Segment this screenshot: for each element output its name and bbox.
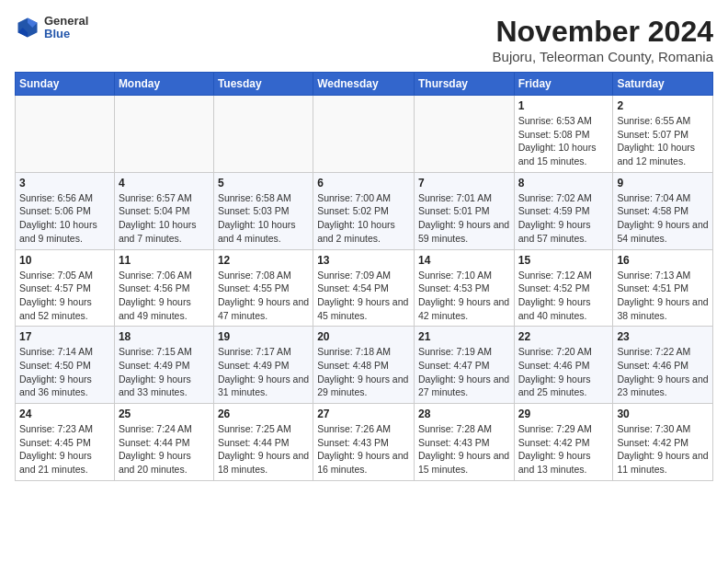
calendar-cell: 8Sunrise: 7:02 AMSunset: 4:59 PMDaylight… — [514, 172, 613, 249]
day-number: 6 — [317, 177, 410, 190]
day-info: Sunrise: 7:09 AMSunset: 4:54 PMDaylight:… — [317, 269, 410, 323]
weekday-header-monday: Monday — [114, 73, 213, 96]
day-number: 2 — [617, 99, 709, 112]
calendar-cell: 10Sunrise: 7:05 AMSunset: 4:57 PMDayligh… — [16, 249, 115, 327]
day-number: 22 — [518, 330, 609, 343]
day-info: Sunrise: 7:29 AMSunset: 4:42 PMDaylight:… — [518, 422, 609, 477]
calendar-week-3: 10Sunrise: 7:05 AMSunset: 4:57 PMDayligh… — [16, 249, 713, 327]
calendar-week-5: 24Sunrise: 7:23 AMSunset: 4:45 PMDayligh… — [16, 404, 713, 481]
calendar-cell — [16, 96, 115, 173]
calendar-cell: 19Sunrise: 7:17 AMSunset: 4:49 PMDayligh… — [213, 327, 313, 404]
calendar-cell: 30Sunrise: 7:30 AMSunset: 4:42 PMDayligh… — [613, 404, 713, 481]
day-number: 10 — [19, 254, 110, 267]
day-info: Sunrise: 6:57 AMSunset: 5:04 PMDaylight:… — [119, 191, 210, 246]
day-number: 5 — [218, 177, 309, 190]
calendar-cell: 29Sunrise: 7:29 AMSunset: 4:42 PMDayligh… — [514, 404, 613, 481]
page-subtitle: Bujoru, Teleorman County, Romania — [493, 49, 713, 64]
logo: General Blue — [15, 15, 88, 41]
weekday-header-row: SundayMondayTuesdayWednesdayThursdayFrid… — [16, 73, 713, 96]
calendar-cell: 14Sunrise: 7:10 AMSunset: 4:53 PMDayligh… — [414, 249, 514, 327]
logo-general: General — [44, 15, 88, 28]
day-number: 15 — [518, 254, 609, 267]
day-info: Sunrise: 6:58 AMSunset: 5:03 PMDaylight:… — [218, 191, 309, 246]
logo-icon — [15, 15, 40, 40]
calendar-table: SundayMondayTuesdayWednesdayThursdayFrid… — [15, 72, 713, 481]
day-info: Sunrise: 7:24 AMSunset: 4:44 PMDaylight:… — [119, 422, 210, 477]
weekday-header-tuesday: Tuesday — [213, 73, 313, 96]
day-number: 21 — [418, 330, 510, 343]
calendar-cell: 1Sunrise: 6:53 AMSunset: 5:08 PMDaylight… — [514, 96, 613, 173]
calendar-cell: 27Sunrise: 7:26 AMSunset: 4:43 PMDayligh… — [313, 404, 415, 481]
day-info: Sunrise: 7:05 AMSunset: 4:57 PMDaylight:… — [19, 269, 110, 323]
calendar-cell: 18Sunrise: 7:15 AMSunset: 4:49 PMDayligh… — [114, 327, 213, 404]
day-info: Sunrise: 7:28 AMSunset: 4:43 PMDaylight:… — [418, 422, 510, 477]
calendar-cell: 2Sunrise: 6:55 AMSunset: 5:07 PMDaylight… — [613, 96, 713, 173]
day-number: 13 — [317, 254, 410, 267]
day-info: Sunrise: 7:19 AMSunset: 4:47 PMDaylight:… — [418, 345, 510, 399]
day-info: Sunrise: 7:13 AMSunset: 4:51 PMDaylight:… — [617, 269, 709, 323]
day-info: Sunrise: 7:04 AMSunset: 4:58 PMDaylight:… — [617, 191, 709, 246]
day-info: Sunrise: 7:10 AMSunset: 4:53 PMDaylight:… — [418, 269, 510, 323]
weekday-header-sunday: Sunday — [16, 73, 115, 96]
day-info: Sunrise: 6:55 AMSunset: 5:07 PMDaylight:… — [617, 114, 709, 168]
day-number: 29 — [518, 408, 609, 420]
day-info: Sunrise: 7:26 AMSunset: 4:43 PMDaylight:… — [317, 422, 410, 477]
day-number: 14 — [418, 254, 510, 267]
calendar-cell: 9Sunrise: 7:04 AMSunset: 4:58 PMDaylight… — [613, 172, 713, 249]
day-number: 23 — [617, 330, 709, 343]
day-number: 12 — [218, 254, 309, 267]
day-info: Sunrise: 7:17 AMSunset: 4:49 PMDaylight:… — [218, 345, 309, 399]
day-info: Sunrise: 7:18 AMSunset: 4:48 PMDaylight:… — [317, 345, 410, 399]
calendar-cell: 7Sunrise: 7:01 AMSunset: 5:01 PMDaylight… — [414, 172, 514, 249]
calendar-cell: 3Sunrise: 6:56 AMSunset: 5:06 PMDaylight… — [16, 172, 115, 249]
calendar-cell: 25Sunrise: 7:24 AMSunset: 4:44 PMDayligh… — [114, 404, 213, 481]
logo-text: General Blue — [44, 15, 88, 41]
page-header: General Blue November 2024 Bujoru, Teleo… — [15, 15, 713, 64]
calendar-cell — [114, 96, 213, 173]
calendar-cell: 15Sunrise: 7:12 AMSunset: 4:52 PMDayligh… — [514, 249, 613, 327]
day-info: Sunrise: 7:25 AMSunset: 4:44 PMDaylight:… — [218, 422, 309, 477]
day-number: 20 — [317, 330, 410, 343]
day-number: 17 — [19, 330, 110, 343]
calendar-cell: 17Sunrise: 7:14 AMSunset: 4:50 PMDayligh… — [16, 327, 115, 404]
day-info: Sunrise: 7:14 AMSunset: 4:50 PMDaylight:… — [19, 345, 110, 399]
day-number: 19 — [218, 330, 309, 343]
day-info: Sunrise: 7:06 AMSunset: 4:56 PMDaylight:… — [119, 269, 210, 323]
title-block: November 2024 Bujoru, Teleorman County, … — [493, 15, 713, 64]
calendar-cell: 12Sunrise: 7:08 AMSunset: 4:55 PMDayligh… — [213, 249, 313, 327]
day-number: 16 — [617, 254, 709, 267]
calendar-cell: 5Sunrise: 6:58 AMSunset: 5:03 PMDaylight… — [213, 172, 313, 249]
day-info: Sunrise: 7:08 AMSunset: 4:55 PMDaylight:… — [218, 269, 309, 323]
day-number: 9 — [617, 177, 709, 190]
weekday-header-thursday: Thursday — [414, 73, 514, 96]
day-info: Sunrise: 7:01 AMSunset: 5:01 PMDaylight:… — [418, 191, 510, 246]
calendar-week-2: 3Sunrise: 6:56 AMSunset: 5:06 PMDaylight… — [16, 172, 713, 249]
calendar-body: 1Sunrise: 6:53 AMSunset: 5:08 PMDaylight… — [16, 96, 713, 481]
calendar-week-4: 17Sunrise: 7:14 AMSunset: 4:50 PMDayligh… — [16, 327, 713, 404]
day-info: Sunrise: 7:30 AMSunset: 4:42 PMDaylight:… — [617, 422, 709, 477]
day-info: Sunrise: 7:15 AMSunset: 4:49 PMDaylight:… — [119, 345, 210, 399]
calendar-cell: 16Sunrise: 7:13 AMSunset: 4:51 PMDayligh… — [613, 249, 713, 327]
weekday-header-saturday: Saturday — [613, 73, 713, 96]
calendar-cell: 13Sunrise: 7:09 AMSunset: 4:54 PMDayligh… — [313, 249, 415, 327]
calendar-cell: 21Sunrise: 7:19 AMSunset: 4:47 PMDayligh… — [414, 327, 514, 404]
day-number: 4 — [119, 177, 210, 190]
day-info: Sunrise: 6:56 AMSunset: 5:06 PMDaylight:… — [19, 191, 110, 246]
day-number: 28 — [418, 408, 510, 420]
weekday-header-friday: Friday — [514, 73, 613, 96]
page-title: November 2024 — [493, 15, 713, 49]
day-info: Sunrise: 7:00 AMSunset: 5:02 PMDaylight:… — [317, 191, 410, 246]
day-number: 1 — [518, 99, 609, 112]
calendar-cell: 26Sunrise: 7:25 AMSunset: 4:44 PMDayligh… — [213, 404, 313, 481]
calendar-cell — [414, 96, 514, 173]
calendar-cell: 6Sunrise: 7:00 AMSunset: 5:02 PMDaylight… — [313, 172, 415, 249]
day-number: 24 — [19, 408, 110, 420]
day-info: Sunrise: 7:12 AMSunset: 4:52 PMDaylight:… — [518, 269, 609, 323]
calendar-week-1: 1Sunrise: 6:53 AMSunset: 5:08 PMDaylight… — [16, 96, 713, 173]
calendar-cell: 20Sunrise: 7:18 AMSunset: 4:48 PMDayligh… — [313, 327, 415, 404]
day-number: 7 — [418, 177, 510, 190]
calendar-cell — [213, 96, 313, 173]
day-info: Sunrise: 7:22 AMSunset: 4:46 PMDaylight:… — [617, 345, 709, 399]
day-number: 27 — [317, 408, 410, 420]
day-number: 8 — [518, 177, 609, 190]
